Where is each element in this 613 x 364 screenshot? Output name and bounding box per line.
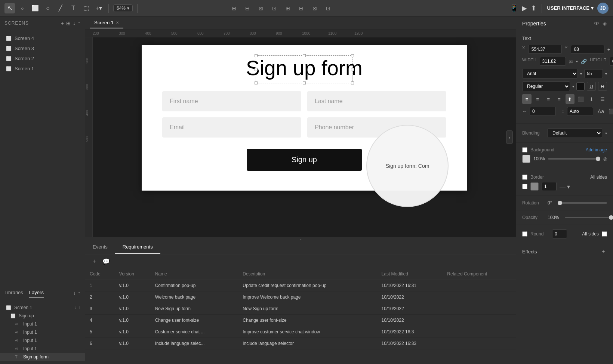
border-style-icon[interactable]: — ▾ bbox=[560, 183, 607, 190]
comment-btn[interactable]: 💬 bbox=[102, 257, 111, 266]
email-field[interactable]: Email bbox=[162, 117, 301, 138]
add-image-btn[interactable]: Add image bbox=[586, 147, 607, 152]
eye-off-icon[interactable]: 👁 bbox=[594, 20, 600, 27]
font-family-select[interactable]: Arial bbox=[522, 69, 578, 78]
table-row[interactable]: 1 v.1.0 Confirmation pop-up Update credi… bbox=[85, 280, 516, 291]
image-tool[interactable]: ⬚ bbox=[81, 3, 91, 13]
lasso-tool[interactable]: ⬦ bbox=[17, 3, 28, 13]
move-up-btn[interactable]: ↑ bbox=[78, 20, 80, 26]
form-title[interactable]: Sign up form bbox=[142, 45, 467, 87]
bg-checkbox[interactable] bbox=[522, 147, 527, 152]
y-input[interactable] bbox=[571, 45, 604, 54]
width-input[interactable] bbox=[540, 57, 566, 66]
align-center-text-btn[interactable]: ≡ bbox=[533, 94, 542, 104]
layer-sign-up[interactable]: ⬜ Sign up bbox=[0, 312, 85, 320]
requirements-tab[interactable]: Requirements bbox=[115, 240, 160, 254]
layer-input1-3[interactable]: AI Input 1 bbox=[0, 336, 85, 345]
project-name[interactable]: USER INTERFACE ▾ bbox=[547, 5, 594, 11]
libraries-tab[interactable]: Libraries bbox=[4, 288, 23, 297]
round-all-sides-checkbox[interactable] bbox=[602, 231, 607, 237]
table-row[interactable]: 5 v.1.0 Custumer service chat ... Improv… bbox=[85, 326, 516, 338]
play-btn[interactable]: ▶ bbox=[522, 4, 527, 12]
canvas-tab-close[interactable]: ✕ bbox=[116, 21, 119, 25]
screen-item-3[interactable]: ⬜ Screen 3 bbox=[0, 43, 85, 53]
border-checkbox[interactable] bbox=[522, 175, 527, 180]
frame-tool[interactable]: ⬜ bbox=[30, 3, 40, 13]
border-visible-checkbox[interactable] bbox=[522, 184, 527, 189]
text-overflow-icon[interactable]: ⬛ bbox=[609, 108, 613, 114]
table-row[interactable]: 4 v.1.0 Change user font-size Change use… bbox=[85, 315, 516, 326]
underline-btn[interactable]: U bbox=[587, 82, 596, 91]
grid-view-btn[interactable]: ⊞ bbox=[66, 20, 71, 26]
screen-item-2[interactable]: ⬜ Screen 2 bbox=[0, 53, 85, 64]
strikethrough-btn[interactable]: S bbox=[598, 82, 607, 91]
align-middle-text-btn[interactable]: ⬛ bbox=[576, 94, 585, 104]
last-name-field[interactable]: Last name bbox=[307, 91, 446, 111]
canvas-collapse-btn[interactable]: › bbox=[506, 130, 513, 144]
font-size-input[interactable] bbox=[584, 69, 603, 78]
align-left-text-btn[interactable]: ≡ bbox=[522, 94, 532, 104]
sign-up-button[interactable]: Sign up bbox=[247, 149, 362, 171]
share-btn[interactable]: ⬆ bbox=[531, 4, 536, 12]
line-height-input[interactable] bbox=[567, 107, 593, 116]
list-text-btn[interactable]: ☰ bbox=[598, 94, 607, 104]
align-right-btn[interactable]: ⊠ bbox=[256, 3, 266, 13]
layer-move-up[interactable]: ↑ bbox=[78, 305, 80, 310]
add-more-tool[interactable]: +▾ bbox=[93, 3, 104, 13]
events-tab[interactable]: Events bbox=[85, 240, 115, 254]
text-tool[interactable]: T bbox=[68, 3, 78, 13]
text-transform-icon[interactable]: Aa bbox=[598, 108, 604, 114]
height-input[interactable] bbox=[610, 57, 613, 66]
layer-move-down[interactable]: ↓ bbox=[74, 305, 77, 310]
opacity-slider[interactable] bbox=[565, 217, 613, 218]
canvas-frame-wrapper[interactable]: Sign up form bbox=[93, 37, 516, 237]
text-color-swatch[interactable] bbox=[576, 82, 585, 90]
font-style-dropdown[interactable]: ▾ bbox=[572, 84, 574, 89]
distribute-v-btn[interactable]: ⊞ bbox=[283, 3, 293, 13]
border-size-input[interactable] bbox=[542, 182, 557, 191]
bg-opacity-slider[interactable] bbox=[548, 158, 600, 160]
align-top-btn[interactable]: ⊟ bbox=[296, 3, 306, 13]
position-pin-icon[interactable]: + bbox=[607, 47, 610, 52]
bg-opacity-pin[interactable]: ◎ bbox=[603, 156, 607, 161]
align-justify-text-btn[interactable]: ≡ bbox=[555, 94, 564, 104]
font-size-dropdown[interactable]: ▾ bbox=[605, 72, 607, 76]
layers-sort-down[interactable]: ↓ bbox=[73, 290, 76, 296]
layer-sign-up-form[interactable]: T Sign up form bbox=[0, 353, 85, 361]
device-preview-btn[interactable]: 📱 bbox=[510, 4, 518, 12]
round-value-input[interactable] bbox=[552, 229, 567, 238]
bottom-panel-drag-handle[interactable]: ⌄ bbox=[85, 237, 516, 240]
align-left-btn[interactable]: ⊞ bbox=[229, 3, 239, 13]
line-tool[interactable]: ╱ bbox=[55, 3, 66, 13]
fill-icon[interactable]: ◈ bbox=[603, 20, 607, 27]
blending-select[interactable]: Default bbox=[548, 128, 602, 138]
size-link-btn[interactable]: 🔗 bbox=[581, 59, 587, 64]
screen-item-1[interactable]: ⬜ Screen 1 bbox=[0, 64, 85, 74]
circle-tool[interactable]: ○ bbox=[43, 3, 53, 13]
rotation-slider[interactable] bbox=[558, 202, 607, 204]
bg-color-swatch[interactable] bbox=[522, 155, 530, 163]
x-input[interactable] bbox=[528, 45, 562, 54]
layers-sort-up[interactable]: ↑ bbox=[78, 290, 81, 296]
layer-screen-1[interactable]: ⬜ Screen 1 ↓ ↑ bbox=[0, 303, 85, 312]
align-right-text-btn[interactable]: ≡ bbox=[544, 94, 553, 104]
blending-dropdown[interactable]: ▾ bbox=[605, 131, 607, 135]
layer-input1-1[interactable]: AI Input 1 bbox=[0, 320, 85, 328]
char-spacing-input[interactable] bbox=[530, 107, 556, 116]
user-avatar[interactable]: JD bbox=[597, 3, 609, 14]
phone-field[interactable]: Phone number bbox=[307, 117, 446, 138]
add-requirement-btn[interactable]: + bbox=[90, 257, 99, 266]
table-row[interactable]: 3 v.1.0 New Sign up form New Sign up for… bbox=[85, 303, 516, 315]
distribute-h-btn[interactable]: ⊡ bbox=[269, 3, 279, 13]
move-down-btn[interactable]: ↓ bbox=[73, 20, 76, 26]
align-top-text-btn[interactable]: ⬆ bbox=[566, 94, 575, 104]
screen-item-4[interactable]: ⬜ Screen 4 bbox=[0, 33, 85, 43]
first-name-field[interactable]: First name bbox=[162, 91, 301, 111]
canvas-tab-screen1[interactable]: Screen 1 ✕ bbox=[90, 18, 123, 28]
layers-tab[interactable]: Layers bbox=[29, 288, 44, 297]
font-style-select[interactable]: Regular bbox=[522, 81, 570, 91]
align-bottom-btn[interactable]: ⊠ bbox=[310, 3, 320, 13]
effects-add-btn[interactable]: + bbox=[600, 248, 607, 255]
table-row[interactable]: 6 v.1.0 Include language selec... Includ… bbox=[85, 338, 516, 349]
align-center-h-btn[interactable]: ⊟ bbox=[243, 3, 252, 13]
